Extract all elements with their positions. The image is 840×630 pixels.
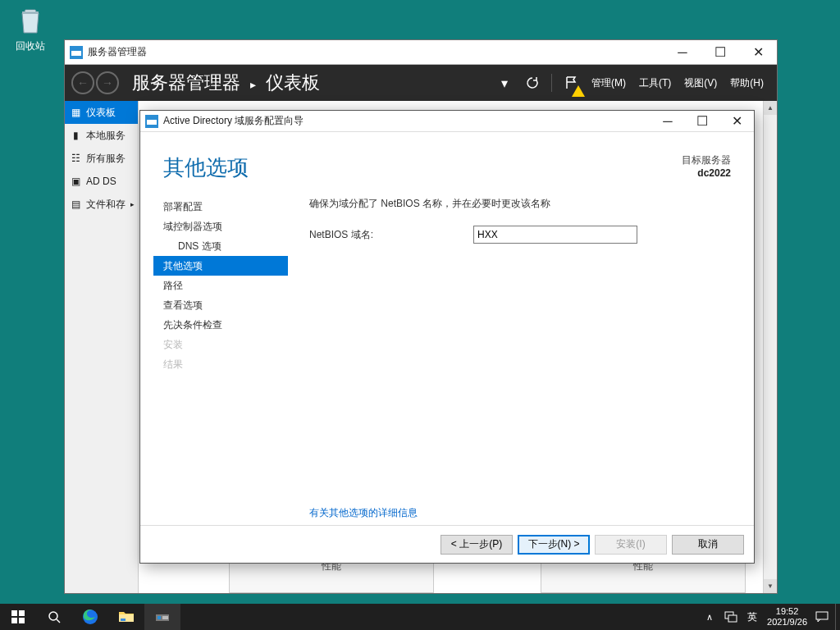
svg-point-9 xyxy=(49,612,57,620)
wizard-heading: 其他选项 xyxy=(163,153,682,182)
sm-minimize-button[interactable]: ─ xyxy=(664,41,701,64)
scrollbar[interactable]: ▲ ▼ xyxy=(763,101,777,593)
target-label: 目标服务器 xyxy=(682,153,731,167)
prev-button[interactable]: < 上一步(P) xyxy=(441,535,513,555)
nav-step-dc-options[interactable]: 域控制器选项 xyxy=(153,217,288,236)
recycle-bin[interactable]: 回收站 xyxy=(8,5,52,53)
taskbar-search-button[interactable] xyxy=(36,604,72,630)
wizard-minimize-button[interactable]: ─ xyxy=(651,112,685,131)
wizard-maximize-button[interactable]: ☐ xyxy=(685,112,719,131)
wizard-description: 确保为域分配了 NetBIOS 名称，并在必要时更改该名称 xyxy=(309,197,734,211)
menu-tools[interactable]: 工具(T) xyxy=(632,76,678,90)
svg-rect-16 xyxy=(162,616,168,619)
svg-rect-13 xyxy=(121,619,126,621)
warning-badge-icon xyxy=(572,85,585,97)
target-server: dc2022 xyxy=(682,167,731,179)
svg-rect-7 xyxy=(11,618,17,623)
svg-rect-15 xyxy=(158,616,161,619)
start-button[interactable] xyxy=(0,604,36,630)
svg-rect-5 xyxy=(11,610,17,616)
next-button[interactable]: 下一步(N) > xyxy=(518,535,590,555)
tray-overflow-icon[interactable]: ∧ xyxy=(703,610,716,623)
header-dropdown-icon[interactable]: ▾ xyxy=(494,72,515,94)
sidebar-item-label: 本地服务 xyxy=(86,129,126,143)
menu-manage[interactable]: 管理(M) xyxy=(585,76,632,90)
recycle-bin-label: 回收站 xyxy=(8,39,52,53)
more-info-link[interactable]: 有关其他选项的详细信息 xyxy=(309,506,418,520)
taskbar-server-manager[interactable] xyxy=(144,604,180,630)
menu-help[interactable]: 帮助(H) xyxy=(724,76,770,90)
notifications-flag-icon[interactable] xyxy=(560,72,582,94)
windows-icon xyxy=(11,610,25,623)
install-button: 安装(I) xyxy=(595,535,667,555)
nav-step-paths[interactable]: 路径 xyxy=(153,276,288,295)
sm-maximize-button[interactable]: ☐ xyxy=(701,41,739,64)
edge-icon xyxy=(82,609,98,625)
svg-rect-0 xyxy=(22,11,39,14)
nav-step-install: 安装 xyxy=(153,335,288,354)
nav-step-prereq[interactable]: 先决条件检查 xyxy=(153,315,288,335)
sidebar-item-dashboard[interactable]: ▦仪表板 xyxy=(65,101,138,124)
server-icon: ▮ xyxy=(70,130,81,141)
breadcrumb: 服务器管理器 ▸ 仪表板 xyxy=(132,71,320,95)
sm-close-button[interactable]: ✕ xyxy=(739,41,777,64)
wizard-title: Active Directory 域服务配置向导 xyxy=(163,114,651,128)
nav-forward-button[interactable]: → xyxy=(96,71,119,94)
sidebar-item-local-server[interactable]: ▮本地服务 xyxy=(65,124,138,147)
action-center-icon[interactable] xyxy=(815,610,829,623)
cancel-button[interactable]: 取消 xyxy=(672,535,744,555)
sidebar-item-ad-ds[interactable]: ▣AD DS xyxy=(65,170,138,193)
svg-rect-18 xyxy=(728,615,737,622)
server-manager-taskbar-icon xyxy=(155,609,170,624)
taskbar-clock[interactable]: 19:52 2021/9/26 xyxy=(767,606,807,628)
nav-step-additional[interactable]: 其他选项 xyxy=(153,256,288,276)
taskbar-edge[interactable] xyxy=(72,604,108,630)
taskbar: ∧ 英 19:52 2021/9/26 xyxy=(0,604,840,630)
wizard-footer: < 上一步(P) 下一步(N) > 安装(I) 取消 xyxy=(140,525,754,563)
sidebar-item-all-servers[interactable]: ☷所有服务 xyxy=(65,147,138,170)
wizard-nav: 部署配置 域控制器选项 DNS 选项 其他选项 路径 查看选项 先决条件检查 安… xyxy=(153,197,288,525)
taskbar-explorer[interactable] xyxy=(108,604,144,630)
netbios-input[interactable] xyxy=(473,226,637,244)
breadcrumb-page[interactable]: 仪表板 xyxy=(266,72,320,93)
sidebar-item-label: 文件和存 xyxy=(86,198,126,212)
scroll-down-icon[interactable]: ▼ xyxy=(764,579,777,593)
chevron-right-icon: ▸ xyxy=(130,200,135,208)
nav-step-dns-options[interactable]: DNS 选项 xyxy=(153,236,288,256)
nav-back-button[interactable]: ← xyxy=(71,71,94,94)
clock-date: 2021/9/26 xyxy=(767,617,807,628)
ime-language[interactable]: 英 xyxy=(746,610,759,623)
svg-rect-8 xyxy=(19,618,25,623)
menu-view[interactable]: 视图(V) xyxy=(678,76,724,90)
server-manager-icon xyxy=(70,46,83,59)
chevron-right-icon: ▸ xyxy=(250,78,256,91)
wizard-close-button[interactable]: ✕ xyxy=(719,112,754,131)
svg-line-10 xyxy=(57,619,60,623)
server-manager-header: ← → 服务器管理器 ▸ 仪表板 ▾ 管理(M) 工具(T) 视图(V) 帮助(… xyxy=(65,65,777,101)
nav-step-review[interactable]: 查看选项 xyxy=(153,295,288,315)
divider xyxy=(551,74,552,92)
system-tray: ∧ 英 19:52 2021/9/26 xyxy=(696,606,835,628)
wizard-content: 确保为域分配了 NetBIOS 名称，并在必要时更改该名称 NetBIOS 域名… xyxy=(288,197,734,525)
adds-icon: ▣ xyxy=(70,176,81,187)
network-icon[interactable] xyxy=(724,610,737,623)
svg-rect-6 xyxy=(19,610,25,616)
refresh-icon[interactable] xyxy=(522,72,543,94)
sidebar-item-file-storage[interactable]: ▤文件和存▸ xyxy=(65,193,138,216)
recycle-bin-icon xyxy=(14,5,47,38)
sidebar-item-label: AD DS xyxy=(86,176,116,187)
nav-step-deployment[interactable]: 部署配置 xyxy=(153,197,288,217)
svg-rect-19 xyxy=(816,612,828,619)
sidebar-item-label: 仪表板 xyxy=(86,106,116,120)
server-manager-titlebar[interactable]: 服务器管理器 ─ ☐ ✕ xyxy=(65,40,777,65)
show-desktop-button[interactable] xyxy=(835,604,840,630)
netbios-label: NetBIOS 域名: xyxy=(309,228,457,242)
wizard-icon xyxy=(145,115,158,128)
scroll-up-icon[interactable]: ▲ xyxy=(764,101,777,115)
svg-rect-2 xyxy=(71,51,81,56)
wizard-target: 目标服务器 dc2022 xyxy=(682,153,731,179)
breadcrumb-root[interactable]: 服务器管理器 xyxy=(132,72,240,93)
server-manager-sidebar: ▦仪表板 ▮本地服务 ☷所有服务 ▣AD DS ▤文件和存▸ xyxy=(65,101,139,593)
servers-icon: ☷ xyxy=(70,153,81,164)
wizard-titlebar[interactable]: Active Directory 域服务配置向导 ─ ☐ ✕ xyxy=(140,111,754,132)
